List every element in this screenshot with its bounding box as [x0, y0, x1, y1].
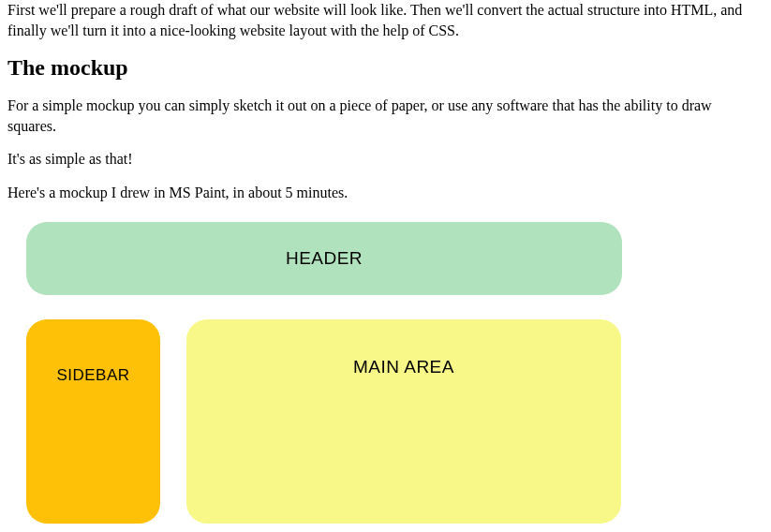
- mockup-header-box: HEADER: [26, 222, 622, 295]
- mockup-sidebar-box: SIDEBAR: [26, 319, 160, 524]
- mockup-header-label: HEADER: [286, 248, 363, 269]
- body-paragraph-3: Here's a mockup I drew in MS Paint, in a…: [7, 183, 764, 203]
- body-paragraph-2: It's as simple as that!: [7, 149, 764, 170]
- mockup-main-label: MAIN AREA: [353, 357, 454, 377]
- mockup-sidebar-label: SIDEBAR: [56, 366, 129, 385]
- section-heading: The mockup: [7, 55, 764, 81]
- intro-paragraph: First we'll prepare a rough draft of wha…: [7, 0, 764, 40]
- mockup-main-box: MAIN AREA: [186, 319, 621, 524]
- mockup-row: SIDEBAR MAIN AREA: [26, 319, 745, 524]
- body-paragraph-1: For a simple mockup you can simply sketc…: [7, 96, 764, 136]
- mockup-image: HEADER SIDEBAR MAIN AREA: [7, 216, 764, 524]
